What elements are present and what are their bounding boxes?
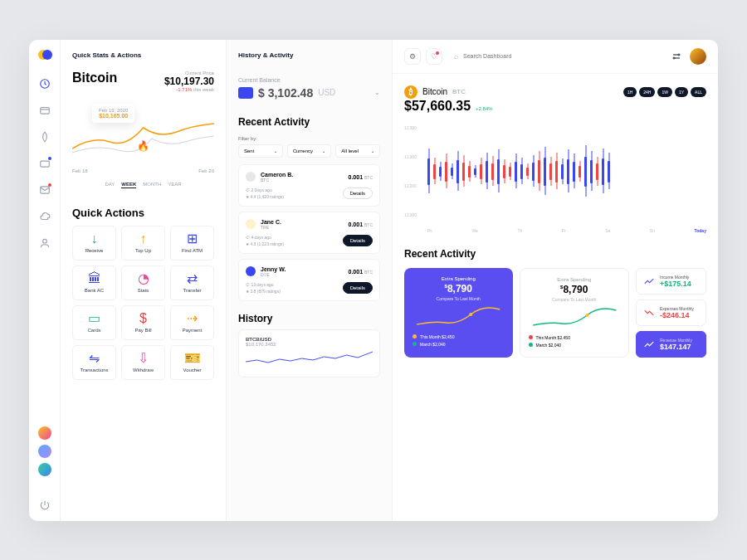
candle xyxy=(567,159,569,184)
candle xyxy=(462,163,465,181)
col2-header: History & Activity xyxy=(227,40,392,71)
tab-year[interactable]: YEAR xyxy=(168,182,181,188)
nav-cards-icon[interactable] xyxy=(39,158,51,169)
topbar: ⚙ ♡ ⌕ xyxy=(393,40,718,74)
avatar[interactable] xyxy=(38,426,51,440)
history-title: History xyxy=(227,301,392,329)
range-1Y[interactable]: 1Y xyxy=(675,87,688,97)
metric-income[interactable]: Income Monthly+$175.14 xyxy=(636,268,706,295)
range-1H[interactable]: 1H xyxy=(623,87,637,97)
notification-icon[interactable]: ♡ xyxy=(426,48,442,65)
quick-stats-column: Quick Stats & Actions Bitcoin Current Pr… xyxy=(61,40,227,521)
balance-block: Current Balance $ 3,102.48 USD ⌄ xyxy=(227,71,392,111)
quick-actions-title: Quick Actions xyxy=(61,197,226,226)
candle xyxy=(584,157,587,187)
range-24H[interactable]: 24H xyxy=(639,87,655,97)
cards-row: Extra Spending $8,790 Compare To Last Mo… xyxy=(404,268,706,358)
search-input[interactable] xyxy=(463,53,657,59)
range-tabs: 1H24H1W1YALL xyxy=(623,87,706,97)
action-cards[interactable]: ▭Cards xyxy=(72,305,116,340)
range-1W[interactable]: 1W xyxy=(657,87,672,97)
candle xyxy=(497,159,500,184)
action-transfer[interactable]: ⇄Transfer xyxy=(170,265,214,300)
metric-expenses[interactable]: Expenses Monthly-$246.14 xyxy=(636,299,706,326)
range-ALL[interactable]: ALL xyxy=(691,87,706,97)
nav-cloud-icon[interactable] xyxy=(39,211,51,222)
action-icon: ⇋ xyxy=(89,353,100,364)
recent-activity-title: Recent Activity xyxy=(227,111,392,133)
metric-revenue[interactable]: Revenue Monthly$147.147 xyxy=(636,331,706,358)
candle xyxy=(538,160,540,183)
action-icon: 🏛 xyxy=(89,273,100,285)
tab-week[interactable]: WEEK xyxy=(121,182,136,188)
asset-name: Bitcoin xyxy=(72,71,117,85)
action-icon: ↑ xyxy=(138,233,149,245)
action-top-up[interactable]: ↑Top Up xyxy=(121,226,165,261)
currency-badge-icon xyxy=(246,266,256,276)
currency-badge-icon xyxy=(246,219,256,229)
filter-icon[interactable] xyxy=(668,48,685,65)
action-icon: 🎫 xyxy=(187,353,198,364)
nav-user-icon[interactable] xyxy=(39,237,51,249)
settings-icon[interactable]: ⚙ xyxy=(404,48,421,65)
action-voucher[interactable]: 🎫Voucher xyxy=(170,345,214,380)
crypto-header: ₿ Bitcoin BTC xyxy=(404,85,466,99)
spending-card-primary[interactable]: Extra Spending $8,790 Compare To Last Mo… xyxy=(404,268,513,358)
details-button[interactable]: Details xyxy=(343,282,373,294)
action-withdraw[interactable]: ⇩Withdraw xyxy=(121,345,165,380)
candle xyxy=(456,160,459,183)
tab-day[interactable]: DAY xyxy=(105,182,115,188)
candle xyxy=(520,164,523,179)
chevron-down-icon[interactable]: ⌄ xyxy=(374,89,380,96)
stats-block: Bitcoin Current Price $10,197.30 -1.71% … xyxy=(61,71,226,197)
candle xyxy=(515,162,517,182)
action-payment[interactable]: ⇢Payment xyxy=(170,305,214,340)
balance-amount: $ 3,102.48 xyxy=(258,86,313,100)
app-window: Quick Stats & Actions Bitcoin Current Pr… xyxy=(29,40,718,521)
asset-price: $10,197.30 xyxy=(164,75,214,87)
chart-tooltip: Feb 19, 2020 $10,165.00 xyxy=(92,104,134,123)
svg-rect-1 xyxy=(40,107,49,114)
candle xyxy=(439,167,442,177)
candle xyxy=(451,168,453,176)
nav-dashboard-icon[interactable] xyxy=(39,78,51,90)
avatar[interactable] xyxy=(38,463,51,476)
nav-activity-icon[interactable] xyxy=(39,131,51,143)
tab-month[interactable]: MONTH xyxy=(143,182,161,188)
crypto-change: +2.84% xyxy=(476,106,493,111)
action-receive[interactable]: ↓Receive xyxy=(72,226,116,261)
sidebar xyxy=(29,40,61,521)
action-icon: ⊞ xyxy=(187,233,198,245)
search-icon: ⌕ xyxy=(454,52,458,61)
candle xyxy=(544,158,546,186)
nav-mail-icon[interactable] xyxy=(39,184,51,196)
price-change: -1.71% this week xyxy=(164,87,214,92)
candle xyxy=(474,168,476,175)
filter-sent[interactable]: Sent⌄ xyxy=(238,144,283,158)
spending-card-secondary[interactable]: Extra Spending $8,790 Compare To Last Mo… xyxy=(520,268,630,358)
details-button[interactable]: Details xyxy=(343,235,373,246)
candle xyxy=(579,166,581,178)
candlestick-chart: 11'20011'20011'20011'200 PcWeThFrSaSuTod… xyxy=(404,125,706,233)
avatar[interactable] xyxy=(38,445,51,458)
svg-point-7 xyxy=(469,313,472,316)
profile-avatar[interactable] xyxy=(690,48,706,65)
candle xyxy=(427,158,430,185)
action-bank-ac[interactable]: 🏛Bank AC xyxy=(72,265,116,300)
action-transactions[interactable]: ⇋Transactions xyxy=(72,345,116,380)
bitcoin-icon: ₿ xyxy=(404,85,417,99)
search-bar: ⌕ xyxy=(447,52,663,61)
action-pay-bill[interactable]: $Pay Bill xyxy=(121,305,165,340)
filter-currency[interactable]: Currency⌄ xyxy=(287,144,332,158)
power-icon[interactable] xyxy=(39,499,51,511)
candle xyxy=(445,162,447,182)
action-icon: ⇩ xyxy=(138,353,149,364)
nav-wallet-icon[interactable] xyxy=(39,105,51,116)
action-find-atm[interactable]: ⊞Find ATM xyxy=(170,226,214,261)
filter-all-level[interactable]: All level⌄ xyxy=(335,144,380,158)
candle xyxy=(526,168,529,176)
candle xyxy=(480,164,482,179)
main-column: ⚙ ♡ ⌕ ₿ Bitcoin BTC 1H24H1W1YALL $57,660… xyxy=(393,40,718,521)
action-stats[interactable]: ◔Stats xyxy=(121,265,165,300)
details-button[interactable]: Details xyxy=(343,187,373,199)
